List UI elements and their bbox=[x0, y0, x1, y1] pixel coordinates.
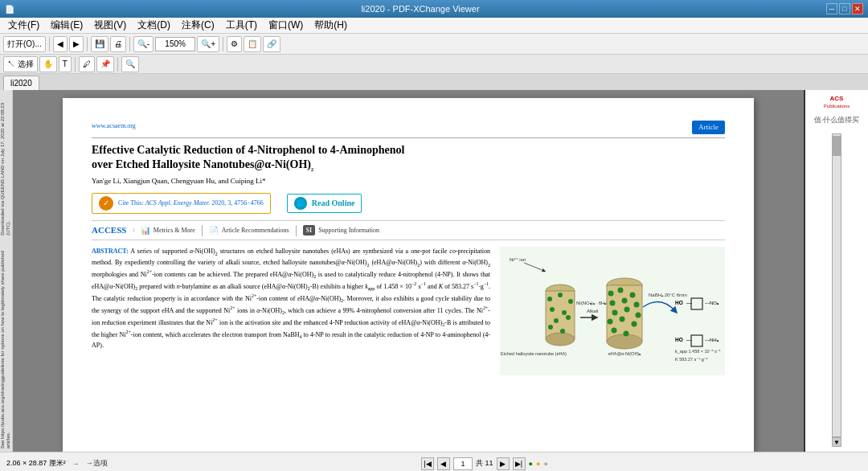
acs-subtitle: Publications bbox=[824, 104, 850, 109]
open-button[interactable]: 打开(O)... bbox=[3, 36, 46, 52]
right-panel-label: 值·什么值得买 bbox=[814, 115, 860, 125]
text-select-button[interactable]: T bbox=[59, 56, 72, 72]
menu-file[interactable]: 文件(F) bbox=[3, 17, 44, 34]
document-tab[interactable]: li2020 bbox=[3, 76, 39, 90]
last-page-button[interactable]: ▶| bbox=[513, 457, 526, 470]
zoom-out-button[interactable]: 🔍- bbox=[133, 36, 154, 52]
abstract-text: ABSTRACT: A series of supported α-Ni(OH)… bbox=[92, 247, 490, 379]
metrics-icon: 📊 bbox=[141, 225, 150, 236]
svg-point-12 bbox=[566, 315, 571, 320]
svg-text:eHA@α-Ni(OH)₂: eHA@α-Ni(OH)₂ bbox=[608, 351, 641, 356]
svg-text:—NH₂: —NH₂ bbox=[705, 338, 719, 342]
stamp-button[interactable]: 📌 bbox=[96, 56, 114, 72]
svg-point-8 bbox=[568, 299, 573, 304]
svg-point-34 bbox=[624, 331, 629, 337]
svg-point-6 bbox=[547, 297, 552, 301]
menu-window[interactable]: 窗口(W) bbox=[264, 17, 308, 34]
zoom-in-button[interactable]: 🔍+ bbox=[197, 36, 219, 52]
vertical-text-2: See https://pubs.acs.org/sharingguidelin… bbox=[0, 239, 11, 452]
svg-text:Alkali: Alkali bbox=[587, 309, 598, 313]
access-sep-2 bbox=[296, 225, 297, 236]
dimensions-text: 2.06 × 28.87 厘米² bbox=[6, 458, 66, 469]
forward-button[interactable]: ▶ bbox=[69, 36, 84, 52]
status-icon-3: ● bbox=[543, 460, 547, 468]
svg-point-33 bbox=[612, 328, 617, 334]
toolbar-sep-2 bbox=[87, 37, 88, 51]
toolbar-btn-misc2[interactable]: 📋 bbox=[244, 36, 261, 52]
svg-point-13 bbox=[548, 325, 553, 330]
maximize-button[interactable]: □ bbox=[839, 3, 850, 14]
page-total-text: 共 11 bbox=[476, 458, 493, 469]
menu-edit[interactable]: 编辑(E) bbox=[46, 17, 88, 34]
svg-text:K 583.27 s⁻¹·g⁻¹: K 583.27 s⁻¹·g⁻¹ bbox=[675, 357, 708, 362]
svg-point-30 bbox=[608, 319, 613, 325]
next-page-button[interactable]: ▶ bbox=[497, 457, 510, 470]
vertical-text-area: Downloaded via QUEENS LAND on July 17, 2… bbox=[0, 90, 11, 452]
svg-point-9 bbox=[550, 307, 555, 312]
scrollbar-track bbox=[832, 133, 841, 437]
select-label: → bbox=[72, 460, 80, 468]
toolbar-btn-misc3[interactable]: 🔗 bbox=[263, 36, 280, 52]
vertical-text-1: Downloaded via QUEENS LAND on July 17, 2… bbox=[0, 90, 11, 239]
svg-point-24 bbox=[610, 301, 616, 306]
title-bar: 📄 li2020 - PDF-XChange Viewer ─ □ ✕ bbox=[0, 0, 868, 18]
page-input[interactable]: 1 bbox=[453, 457, 473, 470]
close-button[interactable]: ✕ bbox=[852, 3, 863, 14]
right-sidebar: ACS Publications 值·什么值得买 ▼ bbox=[804, 90, 868, 452]
find-button[interactable]: 🔍 bbox=[121, 56, 139, 72]
toolbar-sep-4 bbox=[223, 37, 223, 51]
svg-point-31 bbox=[620, 317, 625, 322]
cite-row: ✓ Cite This: ACS Appl. Energy Mater. 202… bbox=[92, 193, 725, 214]
svg-text:HO: HO bbox=[675, 300, 683, 305]
title-text: li2020 - PDF-XChange Viewer bbox=[361, 4, 479, 14]
article-recommendations[interactable]: Article Recommendations bbox=[222, 226, 289, 235]
scrollbar-thumb[interactable] bbox=[833, 136, 841, 156]
prev-page-button[interactable]: ◀ bbox=[437, 457, 450, 470]
svg-point-7 bbox=[558, 293, 563, 297]
toolbar-sep-3 bbox=[129, 37, 130, 51]
abstract-section: ABSTRACT: A series of supported α-Ni(OH)… bbox=[92, 247, 725, 379]
window-controls: ─ □ ✕ bbox=[826, 3, 863, 14]
status-left: 2.06 × 28.87 厘米² → →选项 bbox=[6, 458, 108, 469]
minimize-button[interactable]: ─ bbox=[826, 3, 837, 14]
svg-point-23 bbox=[630, 293, 636, 298]
secondary-toolbar: ↖ 选择 ✋ T 🖊 📌 🔍 bbox=[0, 55, 868, 74]
options-label[interactable]: →选项 bbox=[86, 458, 108, 469]
hand-tool-button[interactable]: ✋ bbox=[39, 56, 57, 72]
menu-annotation[interactable]: 注释(C) bbox=[177, 17, 219, 34]
zoom-input[interactable]: 150% bbox=[155, 37, 195, 51]
svg-text:Etched halloysite nanotube (eH: Etched halloysite nanotube (eHA) bbox=[501, 351, 567, 356]
select-tool-button[interactable]: ↖ 选择 bbox=[3, 56, 38, 72]
abstract-figure: Ni²⁺ ion bbox=[500, 247, 725, 379]
scroll-down-arrow[interactable]: ▼ bbox=[832, 437, 841, 447]
svg-point-25 bbox=[622, 298, 628, 304]
read-online-box[interactable]: 🌐 Read Online bbox=[287, 194, 362, 213]
svg-text:Ni²⁺ ion: Ni²⁺ ion bbox=[510, 257, 526, 262]
pdf-page: www.acsaem.org Article Effective Catalyt… bbox=[63, 98, 754, 452]
pdf-url: www.acsaem.org bbox=[92, 121, 136, 130]
metrics-more[interactable]: Metrics & More bbox=[154, 226, 195, 235]
svg-point-28 bbox=[624, 307, 630, 313]
menu-document[interactable]: 文档(D) bbox=[133, 17, 175, 34]
figure-svg: Ni²⁺ ion bbox=[500, 247, 725, 375]
svg-point-32 bbox=[632, 322, 637, 327]
access-title: ACCESS bbox=[92, 224, 126, 236]
access-bar: ACCESS | 📊 Metrics & More 📄 Article Reco… bbox=[92, 220, 725, 240]
back-button[interactable]: ◀ bbox=[53, 36, 68, 52]
print-button[interactable]: 🖨 bbox=[110, 36, 126, 52]
status-bar: 2.06 × 28.87 厘米² → →选项 |◀ ◀ 1 共 11 ▶ ▶| … bbox=[0, 452, 868, 471]
svg-text:NaBH₄ 20°C 6min: NaBH₄ 20°C 6min bbox=[649, 293, 687, 297]
svg-point-11 bbox=[554, 318, 559, 323]
menu-tools[interactable]: 工具(T) bbox=[221, 17, 262, 34]
abstract-label: ABSTRACT: bbox=[92, 248, 129, 255]
save-button[interactable]: 💾 bbox=[91, 36, 108, 52]
toolbar-btn-misc1[interactable]: ⚙ bbox=[227, 36, 242, 52]
menu-help[interactable]: 帮助(H) bbox=[309, 17, 352, 34]
supporting-info[interactable]: Supporting Information bbox=[318, 226, 379, 235]
highlight-button[interactable]: 🖊 bbox=[79, 56, 95, 72]
svg-text:HO: HO bbox=[675, 337, 683, 342]
menu-view[interactable]: 视图(V) bbox=[89, 17, 131, 34]
first-page-button[interactable]: |◀ bbox=[421, 457, 434, 470]
acs-logo-area: ACS Publications bbox=[824, 95, 850, 109]
read-online-text: Read Online bbox=[312, 198, 355, 209]
